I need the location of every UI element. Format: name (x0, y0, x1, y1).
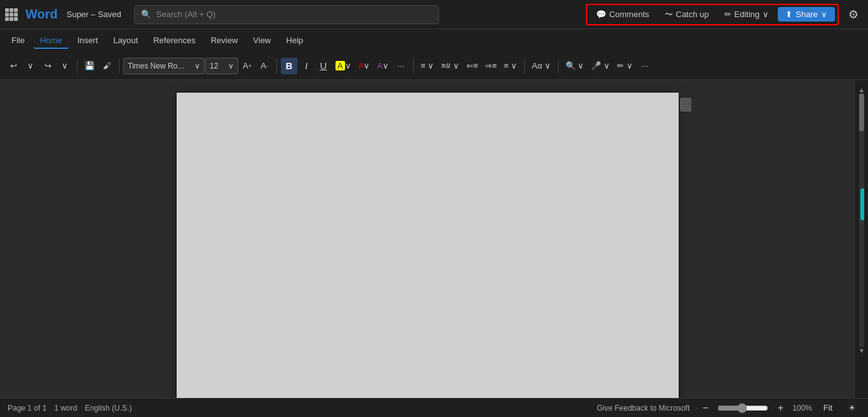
scroll-down-button[interactable]: ▼ (858, 347, 865, 354)
clipboard-group: 💾 🖌 (81, 58, 115, 74)
shrink-font-button[interactable]: A- (256, 58, 273, 74)
save-button[interactable]: 💾 (81, 58, 98, 74)
sep4 (413, 59, 414, 73)
settings-icon: ⚙ (848, 8, 858, 22)
scroll-up-button[interactable]: ▲ (858, 86, 865, 93)
align-button[interactable]: ≡ ∨ (501, 58, 520, 74)
scrollbar-thumb[interactable] (859, 93, 864, 131)
sep1 (77, 59, 78, 73)
text-effects-button[interactable]: A∨ (374, 58, 392, 74)
italic-button[interactable]: I (298, 58, 315, 74)
search-icon: 🔍 (141, 10, 151, 19)
catchup-icon: 〜 (665, 9, 673, 20)
focus-mode-button[interactable]: ☀ (844, 400, 860, 416)
dictate-button[interactable]: 🎤 ∨ (588, 58, 613, 74)
menu-review[interactable]: Review (205, 33, 245, 49)
word-count: 1 word (54, 404, 77, 413)
document-page[interactable] (177, 93, 679, 398)
styles-button[interactable]: Aα ∨ (529, 58, 554, 74)
more-toolbar-button[interactable]: ··· (637, 58, 653, 74)
menu-references[interactable]: References (147, 33, 201, 49)
font-color-button[interactable]: A∨ (355, 58, 374, 74)
editing-chevron: ∨ (763, 10, 769, 19)
language: English (U.S.) (85, 404, 132, 413)
highlight-color-button[interactable]: A∨ (332, 58, 355, 74)
grow-font-button[interactable]: A+ (239, 58, 255, 74)
zoom-out-button[interactable]: − (697, 400, 714, 416)
page-thumbnail[interactable] (680, 98, 691, 112)
comments-button[interactable]: 💬 Comments (590, 7, 656, 22)
menu-insert[interactable]: Insert (71, 33, 105, 49)
undo-dropdown[interactable]: ∨ (22, 58, 39, 74)
document-area[interactable] (0, 80, 855, 398)
numbering-button[interactable]: ≡# ∨ (438, 58, 462, 74)
waffle-icon[interactable] (5, 8, 18, 21)
redo-button[interactable]: ↪ (39, 58, 56, 74)
font-size-chevron: ∨ (228, 62, 234, 70)
more-text-button[interactable]: ··· (393, 58, 409, 74)
main-area: ▲ ▼ (0, 80, 868, 398)
catchup-button[interactable]: 〜 Catch up (658, 6, 715, 23)
share-chevron: ∨ (821, 10, 827, 19)
search-bar[interactable]: 🔍 Search (Alt + Q) (134, 5, 439, 24)
page-info: Page 1 of 1 (8, 404, 46, 413)
sep5 (524, 59, 525, 73)
doc-title: Super – Saved (67, 10, 121, 19)
undo-button[interactable]: ↩ (5, 58, 22, 74)
fit-button[interactable]: Fit (820, 400, 836, 416)
editor-button[interactable]: ✏ ∨ (614, 58, 636, 74)
redo-dropdown[interactable]: ∨ (57, 58, 73, 74)
tools-group: 🔍 ∨ 🎤 ∨ ✏ ∨ ··· (562, 58, 653, 74)
toolbar: ↩ ∨ ↪ ∨ 💾 🖌 Times New Ro... ∨ 12 ∨ A+ A-… (0, 52, 868, 80)
zoom-value: 100% (792, 404, 812, 413)
zoom-in-button[interactable]: + (772, 400, 789, 416)
status-bar-right: Give Feedback to Microsoft − + 100% Fit … (597, 400, 860, 416)
font-size-selector[interactable]: 12 ∨ (205, 58, 238, 74)
menu-layout[interactable]: Layout (107, 33, 144, 49)
comments-icon: 💬 (596, 10, 606, 19)
zoom-slider[interactable] (717, 403, 768, 413)
settings-button[interactable]: ⚙ (844, 5, 863, 24)
feedback-label[interactable]: Give Feedback to Microsoft (597, 404, 689, 413)
menu-file[interactable]: File (5, 33, 31, 49)
editing-button[interactable]: ✏ Editing ∨ (718, 7, 776, 22)
status-bar: Page 1 of 1 1 word English (U.S.) Give F… (0, 398, 868, 417)
undo-group: ↩ ∨ ↪ ∨ (5, 58, 73, 74)
font-group: Times New Ro... ∨ 12 ∨ A+ A- (123, 58, 273, 74)
search-placeholder: Search (Alt + Q) (156, 10, 216, 19)
styles-group: Aα ∨ (529, 58, 554, 74)
app-name: Word (25, 7, 58, 22)
sep2 (119, 59, 119, 73)
font-name-chevron: ∨ (194, 62, 200, 70)
sep6 (558, 59, 559, 73)
paragraph-group: ≡ ∨ ≡# ∨ ⇐≡ ⇒≡ ≡ ∨ (417, 58, 520, 74)
menu-home[interactable]: Home (34, 33, 69, 49)
decrease-indent-button[interactable]: ⇐≡ (463, 58, 482, 74)
increase-indent-button[interactable]: ⇒≡ (482, 58, 500, 74)
right-sidebar: ▲ ▼ (855, 80, 868, 398)
teal-indicator (860, 189, 864, 220)
share-icon: ⬆ (785, 10, 792, 19)
title-bar-right: 💬 Comments 〜 Catch up ✏ Editing ∨ ⬆ Shar… (586, 4, 863, 25)
style-group: B I U A∨ A∨ A∨ ··· (281, 58, 409, 74)
menu-view[interactable]: View (247, 33, 277, 49)
editing-icon: ✏ (724, 10, 731, 19)
menu-help[interactable]: Help (280, 33, 309, 49)
title-bar: Word Super – Saved 🔍 Search (Alt + Q) 💬 … (0, 0, 868, 29)
toolbar-highlight-region: 💬 Comments 〜 Catch up ✏ Editing ∨ ⬆ Shar… (586, 4, 839, 25)
menu-bar: File Home Insert Layout References Revie… (0, 29, 868, 52)
find-button[interactable]: 🔍 ∨ (562, 58, 588, 74)
font-name-selector[interactable]: Times New Ro... ∨ (123, 58, 205, 74)
share-button[interactable]: ⬆ Share ∨ (778, 7, 835, 22)
zoom-control: − + 100% (697, 400, 812, 416)
bullets-button[interactable]: ≡ ∨ (417, 58, 437, 74)
scrollbar-track[interactable] (859, 93, 864, 347)
bold-button[interactable]: B (281, 58, 297, 74)
format-painter-button[interactable]: 🖌 (98, 58, 115, 74)
sep3 (276, 59, 277, 73)
underline-button[interactable]: U (315, 58, 332, 74)
